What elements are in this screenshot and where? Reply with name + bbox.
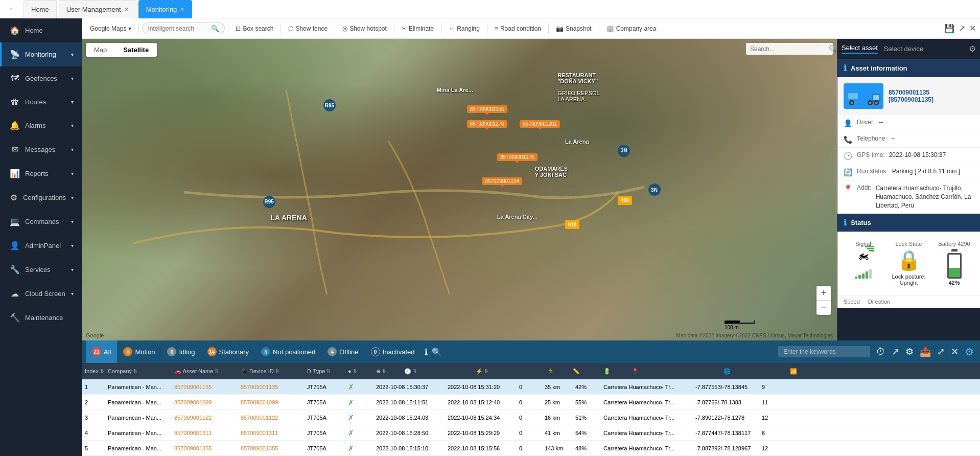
close-user-management-icon[interactable]: ✕ [124, 6, 129, 13]
th-mileage[interactable]: 📏 [570, 368, 600, 375]
statusbar-share-icon[interactable]: 📤 [918, 344, 933, 359]
sidebar-item-commands[interactable]: 💻 Commands ▾ [0, 210, 82, 234]
map-provider-selector[interactable]: Google Maps ▾ [86, 23, 135, 34]
td-device-5[interactable]: 857009001355 [238, 445, 304, 451]
close-monitoring-icon[interactable]: ✕ [180, 6, 184, 13]
th-index[interactable]: Index ⇅ [82, 368, 105, 374]
th-acc-time[interactable]: ⚡ ⇅ [473, 368, 544, 375]
adminpanel-icon: 👤 [10, 241, 20, 250]
th-gps-time[interactable]: 🕐 ⇅ [401, 368, 473, 375]
save-toolbar-icon[interactable]: 💾 [944, 24, 954, 33]
tab-user-management[interactable]: User Management ✕ [59, 0, 136, 18]
th-company[interactable]: Company ⇅ [105, 368, 171, 374]
th-asset-name[interactable]: 🚗 Asset Name ⇅ [171, 368, 238, 375]
statusbar-settings2-icon[interactable]: ⚙ [963, 344, 976, 360]
sidebar-item-routes[interactable]: 🛣 Routes ▾ [0, 90, 82, 113]
th-signal[interactable]: 📶 [787, 368, 812, 375]
sidebar-item-messages[interactable]: ✉ Messages ▾ [0, 138, 82, 162]
filter-idling[interactable]: 0 Idling [161, 340, 201, 363]
td-asset-4[interactable]: 857009001311 [171, 430, 238, 436]
road-condition-button[interactable]: ≡ Road condition [491, 23, 545, 34]
td-asset-5[interactable]: 857009001355 [171, 445, 238, 451]
table-row[interactable]: 2 Panamerican - Man... 857009001099 8570… [82, 395, 980, 410]
map-marker-857009001355[interactable]: 857009001355 [467, 105, 507, 113]
gps-value: 2022-10-08 15:30:37 [889, 151, 974, 158]
show-fence-button[interactable]: ⬡ Show fence [284, 23, 332, 34]
map-marker-857009001234[interactable]: 857009001234 [482, 177, 522, 185]
th-coordinates[interactable]: 🌐 [720, 368, 787, 375]
map-search-icon[interactable]: 🔍 [829, 45, 837, 53]
statusbar-export-icon[interactable]: ↗ [890, 344, 901, 359]
table-row[interactable]: 1 Panamerican - Man... 857009001135 8570… [82, 379, 980, 395]
close-toolbar-icon[interactable]: ✕ [969, 24, 976, 33]
td-acc-2: 2022-10-08 15:12:40 [445, 399, 516, 405]
sidebar-item-geofences[interactable]: 🗺 Geofences ▾ [0, 66, 82, 90]
sidebar-item-configurations[interactable]: ⚙ Configurations ▾ [0, 186, 82, 210]
eliminate-button[interactable]: ✂ Eliminate [398, 23, 438, 34]
panel-settings-icon[interactable]: ⚙ [969, 44, 976, 54]
td-device-3[interactable]: 857009001122 [238, 415, 304, 421]
intelligent-search-box[interactable]: 🔍 [142, 22, 225, 34]
th-device-id[interactable]: 📱 Device ID ⇅ [238, 368, 304, 375]
filter-all[interactable]: 21 All [86, 340, 117, 363]
th-target[interactable]: ⊕ ⇅ [373, 368, 401, 375]
info-icon[interactable]: ℹ [425, 347, 428, 357]
map-marker-857009001276[interactable]: 857009001276 [467, 120, 507, 128]
statusbar-search-icon[interactable]: 🔍 [432, 347, 442, 357]
td-asset-2[interactable]: 857009001099 [171, 399, 238, 405]
sidebar-item-maintenance[interactable]: 🔨 Maintenance [0, 306, 82, 330]
sidebar-item-alarms[interactable]: 🔔 Alarms ▾ [0, 113, 82, 138]
tab-select-asset[interactable]: Select asset [842, 44, 878, 54]
td-device-1[interactable]: 857009001135 [238, 384, 304, 390]
sidebar-item-adminpanel[interactable]: 👤 AdminPanel ▾ [0, 234, 82, 258]
snapshot-button[interactable]: 📷 Snapshot [552, 23, 596, 34]
td-device-2[interactable]: 857009001099 [238, 399, 304, 405]
ranging-button[interactable]: ↔ Ranging [445, 23, 484, 34]
th-speed[interactable]: 🏃 [544, 368, 570, 375]
sidebar-item-cloudscreen[interactable]: ☁ Cloud Screen ▾ [0, 282, 82, 306]
satellite-view-button[interactable]: Satellite [115, 43, 157, 57]
th-location[interactable]: 📍 [628, 368, 720, 375]
table-row[interactable]: 4 Panamerican - Man... 857009001311 8570… [82, 425, 980, 441]
back-button[interactable]: ← [4, 4, 21, 14]
table-row[interactable]: 5 Panamerican - Man... 857009001355 8570… [82, 441, 980, 456]
filter-not-positioned[interactable]: 3 Not positioned [255, 340, 321, 363]
td-asset-1[interactable]: 857009001135 [171, 384, 238, 390]
show-hotspot-button[interactable]: ◎ Show hotspot [338, 23, 391, 34]
filter-inactivated[interactable]: 0 Inactivated [365, 340, 421, 363]
zoom-out-button[interactable]: − [816, 301, 831, 315]
statusbar-close-icon[interactable]: ✕ [949, 344, 961, 359]
box-search-button[interactable]: ⊡ Box search [231, 23, 277, 34]
company-area-button[interactable]: 🏢 Company area [602, 23, 661, 34]
tab-select-device[interactable]: Select device [884, 45, 923, 53]
filter-offline[interactable]: 4 Offline [321, 340, 364, 363]
statusbar-expand-icon[interactable]: ⤢ [935, 344, 947, 359]
tab-monitoring[interactable]: Monitoring ✕ [138, 0, 193, 18]
sidebar-item-reports[interactable]: 📊 Reports ▾ [0, 162, 82, 186]
statusbar-settings-icon[interactable]: ⚙ [903, 344, 916, 359]
statusbar-clock-icon[interactable]: ⏱ [874, 345, 888, 359]
th-battery[interactable]: 🔋 [600, 368, 628, 375]
map-marker-857009001175[interactable]: 857009001175 [497, 153, 538, 161]
sidebar-item-monitoring[interactable]: 📡 Monitoring ▾ [0, 42, 82, 66]
map-search-input[interactable] [750, 45, 827, 53]
signal-card: Signal 🏍 [843, 237, 884, 290]
map-view-button[interactable]: Map [86, 43, 115, 57]
th-status[interactable]: ● ⇅ [345, 368, 373, 374]
intelligent-search-input[interactable] [148, 25, 209, 32]
map-credit2: Map data ©2022 Imagery ©2022 CNES / Airb… [676, 333, 833, 338]
sidebar-item-services[interactable]: 🔧 Services ▾ [0, 258, 82, 282]
td-asset-3[interactable]: 857009001122 [171, 415, 238, 421]
filter-stationary[interactable]: 14 Stationary [201, 340, 255, 363]
status-search-input[interactable] [783, 348, 865, 355]
tab-home[interactable]: Home [24, 0, 57, 18]
zoom-in-button[interactable]: + [816, 286, 831, 300]
td-device-4[interactable]: 857009001311 [238, 430, 304, 436]
map-marker-857009001201[interactable]: 857009001201 [520, 120, 560, 128]
sidebar-item-home[interactable]: 🏠 Home [0, 18, 82, 42]
map-section[interactable]: Map Satellite 🔍 [82, 39, 837, 340]
th-dtype[interactable]: D-Type ⇅ [304, 368, 345, 374]
filter-motion[interactable]: 0 Motion [117, 340, 161, 363]
export-toolbar-icon[interactable]: ↗ [959, 24, 965, 33]
table-row[interactable]: 3 Panamerican - Man... 857009001122 8570… [82, 410, 980, 425]
